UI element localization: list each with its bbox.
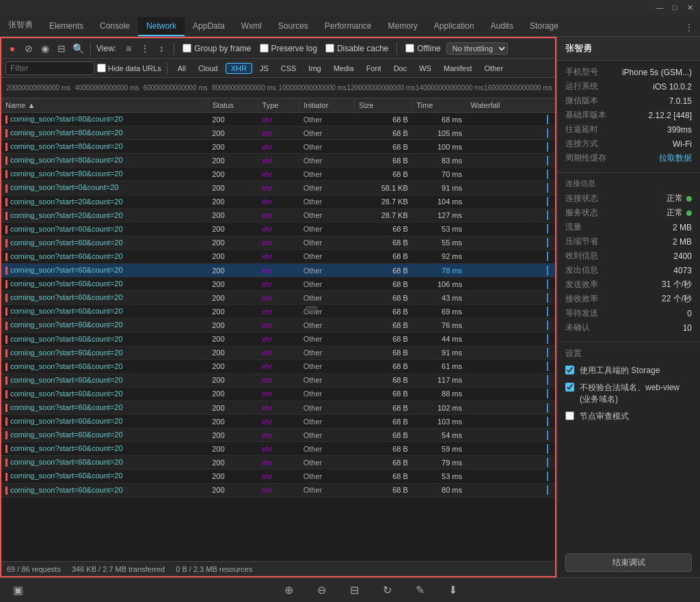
table-row[interactable]: coming_soon?start=60&count=20200xhrOther… bbox=[1, 222, 555, 236]
tab-memory[interactable]: Memory bbox=[380, 17, 426, 36]
disable-cache-input[interactable] bbox=[325, 44, 334, 53]
stop-button[interactable]: ⊘ bbox=[22, 42, 36, 55]
hide-data-urls-input[interactable] bbox=[97, 64, 106, 72]
hide-data-urls-checkbox[interactable]: Hide data URLs bbox=[97, 64, 161, 72]
table-row[interactable]: coming_soon?start=80&count=20200xhrOther… bbox=[1, 126, 555, 140]
col-header-time[interactable]: Time bbox=[412, 98, 466, 113]
settings-node-checkbox[interactable] bbox=[565, 411, 574, 420]
table-row[interactable]: coming_soon?start=60&count=20200xhrOther… bbox=[1, 277, 555, 291]
minimize-button[interactable]: — bbox=[655, 3, 664, 12]
table-row[interactable]: coming_soon?start=60&count=20200xhrOther… bbox=[1, 236, 555, 249]
zoom-out-button[interactable]: ⊖ bbox=[312, 581, 331, 600]
col-header-type[interactable]: Type bbox=[258, 98, 299, 113]
filter-input[interactable] bbox=[5, 61, 94, 75]
table-row[interactable]: coming_soon?start=60&count=20200xhrOther… bbox=[1, 264, 555, 277]
table-row[interactable]: coming_soon?start=60&count=20200xhrOther… bbox=[1, 318, 555, 332]
settings-item-node[interactable]: 节点审查模式 bbox=[565, 411, 692, 422]
periodic-cache-value[interactable]: 拉取数据 bbox=[659, 152, 692, 164]
col-header-size[interactable]: Size bbox=[355, 98, 412, 113]
view-tree-button[interactable]: ⋮ bbox=[138, 42, 152, 55]
refresh-button[interactable]: ↻ bbox=[377, 581, 396, 600]
col-header-waterfall[interactable]: Waterfall bbox=[466, 98, 555, 113]
table-row[interactable]: coming_soon?start=60&count=20200xhrOther… bbox=[1, 469, 555, 483]
table-row[interactable]: coming_soon?start=60&count=20200xhrOther… bbox=[1, 291, 555, 305]
table-row[interactable]: coming_soon?start=60&count=20200xhrOther… bbox=[1, 483, 555, 497]
view-list-button[interactable]: ≡ bbox=[122, 42, 135, 55]
tab-network[interactable]: Network bbox=[138, 17, 185, 36]
group-by-frame-checkbox[interactable]: Group by frame bbox=[183, 44, 251, 53]
col-header-status[interactable]: Status bbox=[208, 98, 258, 113]
filter-type-cloud[interactable]: Cloud bbox=[193, 64, 223, 73]
tab-audits[interactable]: Audits bbox=[483, 17, 522, 36]
tab-zhangzhiyong[interactable]: 张智勇 bbox=[0, 15, 41, 36]
tab-sources[interactable]: Sources bbox=[270, 17, 317, 36]
filter-type-doc[interactable]: Doc bbox=[389, 64, 412, 73]
settings-storage-checkbox[interactable] bbox=[565, 366, 574, 374]
tab-performance[interactable]: Performance bbox=[317, 17, 380, 36]
filter-type-ws[interactable]: WS bbox=[414, 64, 436, 73]
table-row[interactable]: coming_soon?start=60&count=20200xhrOther… bbox=[1, 428, 555, 442]
table-row[interactable]: coming_soon?start=60&count=20200xhrOther… bbox=[1, 456, 555, 469]
filter-type-css[interactable]: CSS bbox=[276, 64, 301, 73]
filter-type-all[interactable]: All bbox=[173, 64, 191, 73]
table-row[interactable]: coming_soon?start=60&count=20200xhrOther… bbox=[1, 400, 555, 414]
table-row[interactable]: coming_soon?start=60&count=20200xhrOther… bbox=[1, 346, 555, 359]
download-button[interactable]: ⬇ bbox=[443, 581, 462, 600]
filter-type-js[interactable]: JS bbox=[255, 64, 273, 73]
table-row[interactable]: coming_soon?start=20&count=20200xhrOther… bbox=[1, 208, 555, 222]
settings-item-storage[interactable]: 使用工具端的 Storage bbox=[565, 365, 692, 377]
device-button[interactable]: ▣ bbox=[8, 581, 27, 600]
preserve-log-input[interactable] bbox=[260, 44, 269, 53]
filter-type-manifest[interactable]: Manifest bbox=[439, 64, 477, 73]
table-row[interactable]: coming_soon?start=60&count=20200xhrOther… bbox=[1, 305, 555, 318]
end-debug-button[interactable]: 结束调试 bbox=[565, 553, 692, 572]
filter-type-media[interactable]: Media bbox=[329, 64, 359, 73]
preserve-log-checkbox[interactable]: Preserve log bbox=[260, 44, 317, 53]
filter-type-img[interactable]: Img bbox=[304, 64, 325, 73]
col-header-initiator[interactable]: Initiator bbox=[299, 98, 355, 113]
table-row[interactable]: coming_soon?start=80&count=20200xhrOther… bbox=[1, 167, 555, 181]
row-time: 91 ms bbox=[412, 346, 466, 359]
tab-wxml[interactable]: Wxml bbox=[233, 17, 270, 36]
group-by-frame-input[interactable] bbox=[183, 44, 191, 53]
tab-application[interactable]: Application bbox=[426, 17, 483, 36]
table-row[interactable]: coming_soon?start=60&count=20200xhrOther… bbox=[1, 415, 555, 428]
tab-console[interactable]: Console bbox=[92, 17, 138, 36]
table-row[interactable]: coming_soon?start=60&count=20200xhrOther… bbox=[1, 373, 555, 387]
offline-checkbox[interactable]: Offline bbox=[405, 44, 440, 53]
col-header-name[interactable]: Name ▲ bbox=[1, 98, 208, 113]
maximize-button[interactable]: □ bbox=[670, 3, 679, 12]
settings-domain-checkbox[interactable] bbox=[565, 383, 574, 392]
table-row[interactable]: coming_soon?start=60&count=20200xhrOther… bbox=[1, 359, 555, 373]
table-row[interactable]: coming_soon?start=0&count=20200xhrOther5… bbox=[1, 181, 555, 195]
tab-appdata[interactable]: AppData bbox=[185, 17, 233, 36]
filter-type-other[interactable]: Other bbox=[480, 64, 509, 73]
close-button[interactable]: ✕ bbox=[685, 3, 695, 12]
filter-type-font[interactable]: Font bbox=[362, 64, 386, 73]
view-arrow-button[interactable]: ↕ bbox=[154, 42, 168, 55]
fit-button[interactable]: ⊟ bbox=[345, 581, 364, 600]
table-row[interactable]: coming_soon?start=80&count=20200xhrOther… bbox=[1, 140, 555, 154]
filter-type-xhr[interactable]: XHR bbox=[226, 63, 252, 74]
search-button[interactable]: 🔍 bbox=[71, 42, 85, 55]
edit-button[interactable]: ✎ bbox=[410, 581, 429, 600]
table-row[interactable]: coming_soon?start=80&count=20200xhrOther… bbox=[1, 113, 555, 126]
settings-item-domain[interactable]: 不校验合法域名、web-view (业务域名) bbox=[565, 382, 692, 405]
filter-button[interactable]: ⊟ bbox=[55, 42, 68, 55]
record-button[interactable]: ● bbox=[5, 42, 19, 55]
table-row[interactable]: coming_soon?start=20&count=20200xhrOther… bbox=[1, 195, 555, 208]
table-row[interactable]: coming_soon?start=60&count=20200xhrOther… bbox=[1, 249, 555, 263]
tab-more-button[interactable]: ⋮ bbox=[678, 18, 700, 36]
table-row[interactable]: coming_soon?start=60&count=20200xhrOther… bbox=[1, 442, 555, 456]
row-waterfall bbox=[466, 442, 555, 456]
tab-storage[interactable]: Storage bbox=[522, 17, 567, 36]
table-row[interactable]: coming_soon?start=60&count=20200xhrOther… bbox=[1, 332, 555, 346]
zoom-in-button[interactable]: ⊕ bbox=[279, 581, 298, 600]
disable-cache-checkbox[interactable]: Disable cache bbox=[325, 44, 388, 53]
tab-elements[interactable]: Elements bbox=[41, 17, 92, 36]
throttling-select[interactable]: No throttling Fast 3G Slow 3G bbox=[446, 42, 508, 55]
table-row[interactable]: coming_soon?start=80&count=20200xhrOther… bbox=[1, 154, 555, 167]
offline-input[interactable] bbox=[405, 44, 414, 53]
camera-button[interactable]: ◉ bbox=[38, 42, 52, 55]
table-row[interactable]: coming_soon?start=60&count=20200xhrOther… bbox=[1, 387, 555, 400]
